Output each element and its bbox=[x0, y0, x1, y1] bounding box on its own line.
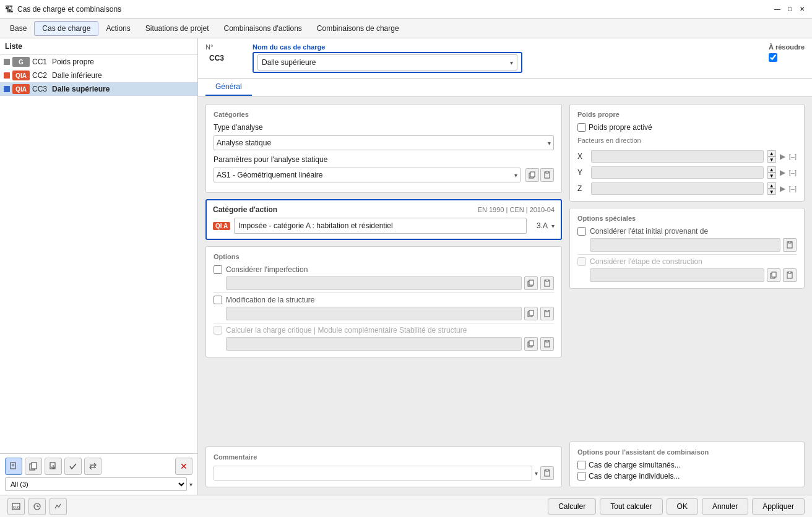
etape-construction-label: Considérer l'étape de construction bbox=[590, 257, 702, 266]
nom-dropdown-icon bbox=[510, 58, 513, 67]
main-layout: Liste G CC1 Poids propre QIA CC2 Dalle i… bbox=[0, 38, 812, 495]
check-button[interactable] bbox=[64, 458, 82, 475]
menu-combinaisons-charge[interactable]: Combinaisons de charge bbox=[309, 22, 407, 35]
menu-combinaisons-actions[interactable]: Combinaisons d'actions bbox=[217, 22, 309, 35]
filter-select[interactable]: All (3) bbox=[5, 477, 187, 491]
cat-action-arrow bbox=[551, 221, 555, 230]
bottom-tool-3[interactable] bbox=[50, 498, 67, 515]
facteur-z-up[interactable]: ▲ bbox=[767, 182, 776, 189]
a-resoudre-label: À résoudre bbox=[769, 43, 805, 51]
facteur-x-down[interactable]: ▼ bbox=[767, 156, 776, 163]
parametres-select[interactable]: AS1 - Géométriquement linéaire bbox=[214, 168, 520, 182]
menu-cas-de-charge[interactable]: Cas de charge bbox=[34, 21, 98, 36]
facteur-z-down[interactable]: ▼ bbox=[767, 189, 776, 195]
poids-propre-checkbox[interactable] bbox=[577, 123, 586, 132]
type-analyse-label: Type d'analyse bbox=[214, 123, 288, 132]
etape-construction-checkbox[interactable] bbox=[577, 257, 586, 266]
facteur-x-unit: [–] bbox=[789, 153, 797, 160]
new-button[interactable] bbox=[5, 458, 22, 475]
imperfection-paste[interactable] bbox=[540, 276, 554, 290]
minimize-button[interactable]: — bbox=[772, 4, 782, 14]
arrows-button[interactable] bbox=[84, 458, 102, 475]
facteur-z-input[interactable] bbox=[591, 182, 764, 195]
facteur-y-input[interactable] bbox=[591, 166, 764, 179]
left-content: Catégories Type d'analyse Analyse statiq… bbox=[205, 104, 562, 487]
individuels-checkbox[interactable] bbox=[577, 472, 586, 481]
svg-rect-20 bbox=[546, 310, 548, 312]
appliquer-button[interactable]: Appliquer bbox=[752, 498, 805, 515]
svg-rect-22 bbox=[529, 341, 533, 346]
facteur-x-input[interactable] bbox=[591, 150, 764, 163]
menu-actions[interactable]: Actions bbox=[98, 22, 137, 35]
charge-critique-copy[interactable] bbox=[524, 337, 538, 351]
ok-button[interactable]: OK bbox=[667, 498, 698, 515]
modification-checkbox[interactable] bbox=[214, 296, 222, 304]
bottom-tool-2[interactable] bbox=[28, 498, 46, 515]
poids-propre-title: Poids propre bbox=[577, 111, 797, 118]
menu-base[interactable]: Base bbox=[2, 22, 34, 35]
facteur-x-up[interactable]: ▲ bbox=[767, 150, 776, 156]
imperfection-checkbox[interactable] bbox=[214, 265, 222, 274]
facteur-y-up[interactable]: ▲ bbox=[767, 166, 776, 173]
modification-copy[interactable] bbox=[524, 307, 538, 320]
imperfection-copy[interactable] bbox=[524, 276, 538, 290]
close-button[interactable]: ✕ bbox=[797, 4, 807, 14]
svg-rect-16 bbox=[546, 280, 548, 281]
bottom-left-tools: 0.0 bbox=[7, 498, 67, 515]
calculer-button[interactable]: Calculer bbox=[548, 498, 596, 515]
imperfection-input-row bbox=[226, 276, 554, 290]
n-field: N° CC3 bbox=[205, 43, 243, 64]
list-item-cc3[interactable]: QIA CC3 Dalle supérieure bbox=[0, 82, 197, 96]
cat-action-select[interactable]: Imposée - catégorie A : habitation et ré… bbox=[234, 218, 527, 234]
charge-critique-paste[interactable] bbox=[540, 337, 554, 351]
list-item-cc2[interactable]: QIA CC2 Dalle inférieure bbox=[0, 69, 197, 82]
imperfection-label: Considérer l'imperfection bbox=[226, 265, 308, 274]
options-assistant-title: Options pour l'assistant de combinaison bbox=[577, 448, 797, 456]
maximize-button[interactable]: □ bbox=[785, 4, 795, 14]
list-item-cc1[interactable]: G CC1 Poids propre bbox=[0, 55, 197, 69]
import-button[interactable] bbox=[45, 458, 62, 475]
individuels-label: Cas de charge individuels... bbox=[589, 472, 680, 481]
cc1-badge: G bbox=[12, 57, 30, 67]
facteur-z-label: Z bbox=[577, 184, 587, 193]
etape-construction-paste[interactable] bbox=[783, 268, 797, 282]
svg-rect-10 bbox=[530, 172, 535, 177]
svg-rect-18 bbox=[529, 310, 533, 315]
type-analyse-select[interactable]: Analyse statique bbox=[214, 135, 554, 150]
parametres-paste-btn[interactable] bbox=[540, 168, 554, 182]
charge-critique-checkbox[interactable] bbox=[214, 326, 222, 335]
facteur-y-down[interactable]: ▼ bbox=[767, 173, 776, 179]
svg-rect-30 bbox=[772, 272, 776, 277]
etat-initial-checkbox[interactable] bbox=[577, 227, 586, 236]
copy-button[interactable] bbox=[25, 458, 42, 475]
cat-action-badge: QI A bbox=[213, 222, 230, 230]
parametres-copy-btn[interactable] bbox=[525, 168, 539, 182]
etape-construction-copy[interactable] bbox=[767, 268, 780, 282]
facteur-y-stepper: ▲ ▼ bbox=[767, 166, 776, 179]
categories-section: Catégories Type d'analyse Analyse statiq… bbox=[205, 104, 562, 193]
bottom-tool-1[interactable]: 0.0 bbox=[7, 498, 25, 515]
menu-situations[interactable]: Situations de projet bbox=[138, 22, 217, 35]
commentaire-paste[interactable] bbox=[540, 466, 554, 480]
delete-button[interactable]: ✕ bbox=[175, 458, 192, 475]
charge-critique-label: Calculer la charge critique | Module com… bbox=[226, 326, 467, 335]
cc2-label: Dalle inférieure bbox=[52, 71, 102, 80]
parametres-label: Paramètres pour l'analyse statique bbox=[214, 155, 327, 164]
tab-general[interactable]: Général bbox=[205, 79, 252, 96]
app-icon: 🏗 bbox=[5, 4, 14, 14]
tabs-row: Général bbox=[198, 79, 812, 96]
commentaire-input[interactable] bbox=[214, 466, 532, 481]
modification-paste[interactable] bbox=[540, 307, 554, 320]
window-controls: — □ ✕ bbox=[772, 4, 807, 14]
filter-row: All (3) ▾ bbox=[5, 477, 192, 491]
simultanees-checkbox[interactable] bbox=[577, 461, 586, 469]
facteur-y-unit: [–] bbox=[789, 169, 797, 176]
facteur-z-row: Z ▲ ▼ ▶ [–] bbox=[577, 182, 797, 195]
options-speciales-title: Options spéciales bbox=[577, 215, 797, 222]
tout-calculer-button[interactable]: Tout calculer bbox=[600, 498, 662, 515]
title-bar: 🏗 Cas de charge et combinaisons — □ ✕ bbox=[0, 0, 812, 19]
a-resoudre-checkbox[interactable] bbox=[769, 53, 777, 62]
etat-initial-paste[interactable] bbox=[783, 238, 797, 252]
nom-input[interactable]: Dalle supérieure bbox=[257, 54, 517, 70]
annuler-button[interactable]: Annuler bbox=[702, 498, 748, 515]
